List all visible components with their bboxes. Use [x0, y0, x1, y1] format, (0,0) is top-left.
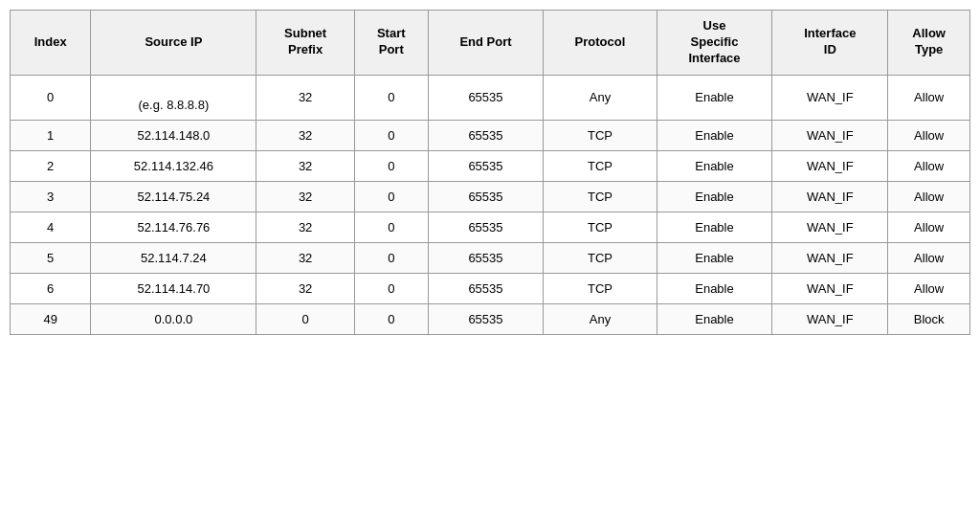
cell-allow_type: Block — [888, 303, 970, 334]
cell-allow_type: Allow — [888, 181, 970, 212]
cell-subnet_prefix: 32 — [256, 242, 355, 273]
cell-interface_id: WAN_IF — [772, 273, 888, 303]
table-row: 252.114.132.4632065535TCPEnableWAN_IFAll… — [11, 150, 970, 181]
cell-subnet_prefix: 32 — [256, 120, 355, 150]
cell-allow_type: Allow — [888, 120, 970, 150]
cell-end_port: 65535 — [428, 75, 544, 120]
col-header-source_ip: Source IP — [91, 11, 256, 76]
table-row: 0(e.g. 8.8.8.8)32065535AnyEnableWAN_IFAl… — [11, 75, 970, 120]
cell-use_specific_interface: Enable — [657, 120, 772, 150]
table-row: 652.114.14.7032065535TCPEnableWAN_IFAllo… — [11, 273, 970, 303]
cell-source_ip: 52.114.148.0 — [91, 120, 256, 150]
cell-protocol: TCP — [544, 120, 657, 150]
col-header-start_port: StartPort — [354, 11, 428, 76]
col-header-interface_id: InterfaceID — [772, 11, 888, 76]
cell-start_port: 0 — [354, 181, 428, 212]
cell-index: 5 — [11, 242, 91, 273]
table-row: 552.114.7.2432065535TCPEnableWAN_IFAllow — [11, 242, 970, 273]
cell-use_specific_interface: Enable — [657, 303, 772, 334]
firewall-rules-table: IndexSource IPSubnetPrefixStartPortEnd P… — [10, 10, 970, 335]
table-row: 452.114.76.7632065535TCPEnableWAN_IFAllo… — [11, 212, 970, 242]
cell-source_ip: (e.g. 8.8.8.8) — [91, 75, 256, 120]
cell-start_port: 0 — [354, 242, 428, 273]
cell-end_port: 65535 — [428, 273, 544, 303]
cell-start_port: 0 — [354, 303, 428, 334]
cell-use_specific_interface: Enable — [657, 273, 772, 303]
cell-interface_id: WAN_IF — [772, 242, 888, 273]
cell-end_port: 65535 — [428, 242, 544, 273]
cell-protocol: TCP — [544, 212, 657, 242]
cell-interface_id: WAN_IF — [772, 150, 888, 181]
cell-use_specific_interface: Enable — [657, 75, 772, 120]
col-header-index: Index — [11, 11, 91, 76]
cell-subnet_prefix: 32 — [256, 181, 355, 212]
col-header-end_port: End Port — [428, 11, 544, 76]
col-header-protocol: Protocol — [544, 11, 657, 76]
cell-index: 0 — [11, 75, 91, 120]
cell-subnet_prefix: 32 — [256, 75, 355, 120]
cell-start_port: 0 — [354, 75, 428, 120]
cell-allow_type: Allow — [888, 273, 970, 303]
cell-source_ip: 0.0.0.0 — [91, 303, 256, 334]
cell-index: 4 — [11, 212, 91, 242]
cell-end_port: 65535 — [428, 212, 544, 242]
cell-subnet_prefix: 0 — [256, 303, 355, 334]
cell-index: 2 — [11, 150, 91, 181]
cell-allow_type: Allow — [888, 212, 970, 242]
cell-start_port: 0 — [354, 273, 428, 303]
cell-end_port: 65535 — [428, 150, 544, 181]
cell-index: 1 — [11, 120, 91, 150]
cell-subnet_prefix: 32 — [256, 150, 355, 181]
col-header-allow_type: AllowType — [888, 11, 970, 76]
table-row: 352.114.75.2432065535TCPEnableWAN_IFAllo… — [11, 181, 970, 212]
cell-interface_id: WAN_IF — [772, 181, 888, 212]
cell-index: 3 — [11, 181, 91, 212]
cell-use_specific_interface: Enable — [657, 150, 772, 181]
cell-use_specific_interface: Enable — [657, 212, 772, 242]
col-header-use_specific_interface: UseSpecificInterface — [657, 11, 772, 76]
cell-source_ip: 52.114.75.24 — [91, 181, 256, 212]
cell-interface_id: WAN_IF — [772, 120, 888, 150]
cell-allow_type: Allow — [888, 75, 970, 120]
cell-index: 6 — [11, 273, 91, 303]
cell-source_ip: 52.114.76.76 — [91, 212, 256, 242]
cell-source_ip: 52.114.7.24 — [91, 242, 256, 273]
cell-source_ip: 52.114.132.46 — [91, 150, 256, 181]
cell-protocol: TCP — [544, 150, 657, 181]
cell-subnet_prefix: 32 — [256, 273, 355, 303]
cell-protocol: TCP — [544, 273, 657, 303]
cell-end_port: 65535 — [428, 303, 544, 334]
cell-protocol: Any — [544, 303, 657, 334]
cell-interface_id: WAN_IF — [772, 75, 888, 120]
cell-subnet_prefix: 32 — [256, 212, 355, 242]
table-row: 490.0.0.00065535AnyEnableWAN_IFBlock — [11, 303, 970, 334]
cell-source_ip: 52.114.14.70 — [91, 273, 256, 303]
col-header-subnet_prefix: SubnetPrefix — [256, 11, 355, 76]
cell-allow_type: Allow — [888, 242, 970, 273]
cell-protocol: TCP — [544, 242, 657, 273]
cell-use_specific_interface: Enable — [657, 242, 772, 273]
cell-end_port: 65535 — [428, 120, 544, 150]
cell-allow_type: Allow — [888, 150, 970, 181]
cell-interface_id: WAN_IF — [772, 212, 888, 242]
cell-start_port: 0 — [354, 120, 428, 150]
cell-protocol: Any — [544, 75, 657, 120]
table-row: 152.114.148.032065535TCPEnableWAN_IFAllo… — [11, 120, 970, 150]
cell-interface_id: WAN_IF — [772, 303, 888, 334]
cell-start_port: 0 — [354, 212, 428, 242]
cell-protocol: TCP — [544, 181, 657, 212]
cell-index: 49 — [11, 303, 91, 334]
cell-use_specific_interface: Enable — [657, 181, 772, 212]
cell-end_port: 65535 — [428, 181, 544, 212]
cell-start_port: 0 — [354, 150, 428, 181]
